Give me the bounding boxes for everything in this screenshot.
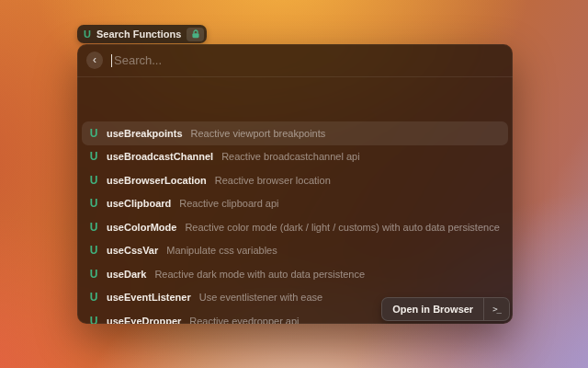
- search-bar: ‹ Search...: [77, 44, 513, 77]
- vueuse-logo-icon: U: [88, 128, 99, 139]
- function-name: useClipboard: [107, 198, 171, 209]
- action-label: Open in Browser: [382, 304, 483, 315]
- search-placeholder: Search...: [114, 53, 162, 67]
- list-item[interactable]: U useBreakpoints Reactive viewport break…: [82, 121, 508, 145]
- vueuse-logo-icon: U: [88, 316, 99, 324]
- text-caret: [111, 54, 112, 67]
- back-button[interactable]: ‹: [86, 52, 103, 69]
- function-description: Reactive broadcastchannel api: [221, 151, 359, 162]
- vueuse-logo-icon: U: [84, 29, 91, 40]
- function-description: Reactive dark mode with auto data persis…: [154, 269, 365, 280]
- function-description: Reactive eyedropper api: [189, 316, 299, 324]
- list-item[interactable]: U useCssVar Manipulate css variables: [82, 239, 508, 263]
- function-name: useEventListener: [107, 292, 191, 303]
- extension-title-pill: U Search Functions: [77, 25, 207, 43]
- vueuse-logo-icon: U: [88, 245, 99, 256]
- function-name: useBroadcastChannel: [107, 151, 213, 162]
- list-item[interactable]: U useDark Reactive dark mode with auto d…: [82, 262, 508, 286]
- vueuse-logo-icon: U: [88, 222, 99, 233]
- lock-chip: [187, 28, 204, 41]
- lock-icon: [191, 29, 200, 39]
- function-name: useCssVar: [107, 245, 158, 256]
- extension-title: Search Functions: [96, 29, 181, 40]
- function-description: Use eventlistener with ease: [199, 292, 323, 303]
- function-description: Manipulate css variables: [166, 245, 277, 256]
- function-description: Reactive color mode (dark / light / cust…: [185, 222, 499, 233]
- function-name: useDark: [107, 269, 146, 280]
- function-description: Reactive browser location: [215, 175, 331, 186]
- list-item[interactable]: U useBroadcastChannel Reactive broadcast…: [82, 145, 508, 169]
- function-name: useBreakpoints: [107, 128, 183, 139]
- open-in-browser-button[interactable]: Open in Browser >_: [381, 297, 510, 321]
- list-item[interactable]: U useClipboard Reactive clipboard api: [82, 192, 508, 216]
- function-name: useBrowserLocation: [107, 175, 207, 186]
- vueuse-logo-icon: U: [88, 198, 99, 209]
- vueuse-logo-icon: U: [88, 175, 99, 186]
- launcher-panel: ‹ Search... U useBreakpoints Reactive vi…: [77, 44, 513, 324]
- function-name: useColorMode: [107, 222, 176, 233]
- list-item[interactable]: U useBrowserLocation Reactive browser lo…: [82, 168, 508, 192]
- function-name: useEyeDropper: [107, 316, 181, 324]
- vueuse-logo-icon: U: [88, 292, 99, 303]
- function-description: Reactive clipboard api: [179, 198, 278, 209]
- vueuse-logo-icon: U: [88, 151, 99, 162]
- list-item[interactable]: U useColorMode Reactive color mode (dark…: [82, 215, 508, 239]
- function-list: U useBreakpoints Reactive viewport break…: [82, 121, 508, 324]
- desktop-background: { "colors": { "accent_green": "#3fb27f",…: [0, 0, 588, 368]
- function-description: Reactive viewport breakpoints: [191, 128, 326, 139]
- vueuse-logo-icon: U: [88, 269, 99, 280]
- search-input[interactable]: Search...: [111, 53, 503, 67]
- terminal-prompt-icon: >_: [484, 305, 509, 314]
- chevron-left-icon: ‹: [93, 54, 96, 65]
